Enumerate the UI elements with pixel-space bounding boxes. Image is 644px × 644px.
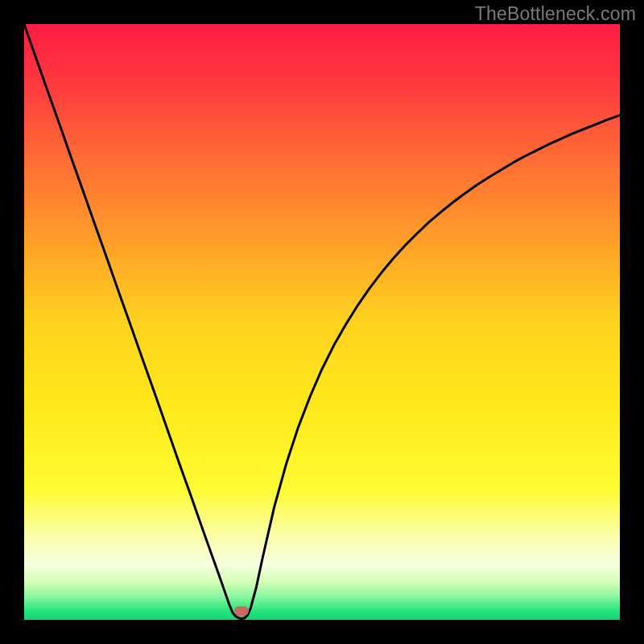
plot-area xyxy=(24,24,620,620)
chart-frame: TheBottleneck.com xyxy=(0,0,644,644)
bottleneck-curve xyxy=(24,24,620,620)
optimal-point-marker xyxy=(234,606,249,616)
watermark-text: TheBottleneck.com xyxy=(475,3,636,25)
